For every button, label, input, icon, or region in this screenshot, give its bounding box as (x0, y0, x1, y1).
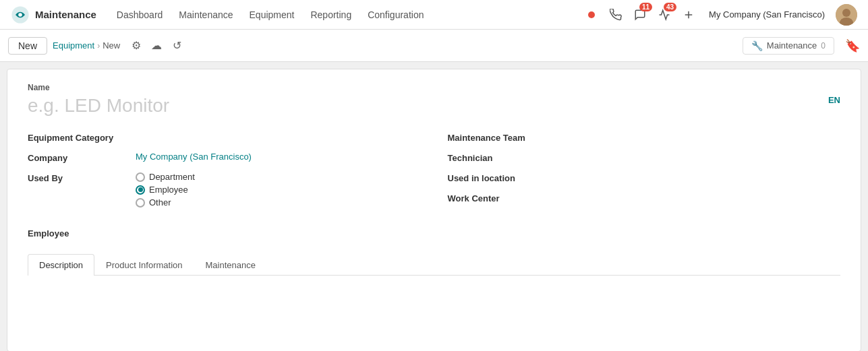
nav-item-maintenance[interactable]: Maintenance (172, 7, 239, 23)
radio-employee-label: Employee (149, 185, 188, 195)
messages-badge: 11 (639, 3, 652, 11)
cloud-icon[interactable]: ☁ (148, 38, 165, 54)
equipment-category-row: Equipment Category (28, 127, 421, 148)
used-by-radio-group: Department Employee Other (136, 172, 195, 208)
breadcrumb-current: New (103, 40, 120, 51)
messages-icon[interactable]: 11 (631, 5, 649, 24)
toolbar-icons: ⚙ ☁ ↺ (128, 38, 185, 54)
used-in-location-label: Used in location (448, 172, 556, 183)
nav-links: Dashboard Maintenance Equipment Reportin… (110, 7, 582, 23)
tab-description[interactable]: Description (28, 254, 94, 276)
nav-item-dashboard[interactable]: Dashboard (110, 7, 170, 23)
app-name: Maintenance (35, 9, 96, 20)
technician-row: Technician (448, 148, 841, 168)
technician-label: Technician (448, 152, 556, 163)
nav-right: 11 43 My Company (San Francisco) (582, 4, 857, 26)
activity-badge: 43 (664, 3, 676, 11)
maintenance-team-label: Maintenance Team (448, 131, 556, 143)
language-badge[interactable]: EN (828, 95, 840, 105)
company-value[interactable]: My Company (San Francisco) (136, 152, 421, 162)
radio-department-circle[interactable] (136, 172, 145, 182)
app-logo[interactable] (11, 5, 30, 24)
status-indicator[interactable] (582, 5, 601, 24)
form-left-column: Equipment Category Company My Company (S… (28, 127, 421, 212)
form-section: Equipment Category Company My Company (S… (28, 127, 840, 212)
work-center-label: Work Center (448, 192, 556, 203)
breadcrumb-separator: › (97, 41, 100, 51)
form-right-column: Maintenance Team Technician Used in loca… (448, 127, 841, 212)
work-center-row: Work Center (448, 188, 841, 208)
toolbar: New Equipment › New ⚙ ☁ ↺ 🔧 Maintenance … (0, 30, 868, 62)
svg-point-5 (842, 9, 850, 17)
used-by-row: Used By Department Employee Other (28, 168, 421, 212)
name-label: Name (28, 83, 840, 92)
wrench-icon: 🔧 (751, 40, 763, 51)
tab-maintenance[interactable]: Maintenance (194, 254, 266, 276)
new-button[interactable]: New (8, 37, 47, 55)
nav-item-reporting[interactable]: Reporting (303, 7, 358, 23)
used-in-location-row: Used in location (448, 168, 841, 188)
name-input-area: e.g. LED Monitor EN (28, 95, 840, 117)
radio-employee[interactable]: Employee (136, 185, 195, 195)
radio-department-label: Department (149, 172, 195, 182)
svg-point-1 (18, 13, 22, 17)
bookmark-icon[interactable]: 🔖 (845, 38, 860, 53)
used-by-label: Used By (28, 172, 136, 183)
radio-other-circle[interactable] (136, 198, 145, 208)
maintenance-button[interactable]: 🔧 Maintenance 0 (743, 37, 834, 55)
radio-employee-circle[interactable] (136, 185, 145, 195)
employee-section: Employee (28, 223, 840, 243)
employee-row: Employee (28, 223, 840, 243)
top-navigation: Maintenance Dashboard Maintenance Equipm… (0, 0, 868, 30)
radio-department[interactable]: Department (136, 172, 195, 182)
refresh-icon[interactable]: ↺ (169, 38, 185, 54)
form-tabs: Description Product Information Maintena… (28, 254, 840, 276)
breadcrumb: Equipment › New (53, 40, 120, 51)
breadcrumb-parent[interactable]: Equipment (53, 40, 94, 51)
company-row: Company My Company (San Francisco) (28, 148, 421, 168)
main-form: Name e.g. LED Monitor EN Equipment Categ… (7, 69, 861, 351)
maintenance-label: Maintenance (767, 40, 817, 51)
nav-item-equipment[interactable]: Equipment (243, 7, 301, 23)
maintenance-count: 0 (821, 41, 826, 51)
phone-icon[interactable] (606, 5, 625, 24)
employee-label: Employee (28, 227, 136, 238)
equipment-category-label: Equipment Category (28, 131, 136, 143)
activity-icon[interactable]: 43 (655, 5, 674, 24)
name-placeholder[interactable]: e.g. LED Monitor (28, 95, 840, 117)
radio-other[interactable]: Other (136, 197, 195, 208)
user-avatar[interactable] (836, 4, 857, 26)
tab-product-information[interactable]: Product Information (94, 254, 194, 276)
radio-other-label: Other (149, 197, 171, 208)
maintenance-team-row: Maintenance Team (448, 127, 841, 148)
company-label: Company (28, 152, 136, 163)
company-name: My Company (San Francisco) (709, 9, 825, 20)
settings-icon[interactable] (679, 5, 698, 24)
nav-item-configuration[interactable]: Configuration (361, 7, 430, 23)
gear-icon[interactable]: ⚙ (128, 38, 144, 54)
